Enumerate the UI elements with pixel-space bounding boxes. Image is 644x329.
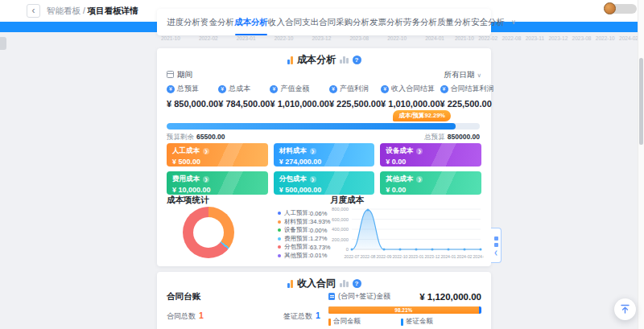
legend-marker <box>401 319 403 326</box>
analysis-tab[interactable]: 劳务分析 <box>403 9 437 35</box>
breadcrumb-root[interactable]: 智能看板 <box>47 6 80 15</box>
cost-budget-badge: 成本/预算92.29% <box>393 110 451 121</box>
scrollbar-track[interactable] <box>638 0 644 329</box>
budget-bar-labels: 预算剩余65500.00 总预算850000.00 <box>167 133 480 142</box>
cost-type-card[interactable]: 人工成本❯ ¥ 500.00 <box>167 143 268 167</box>
svg-text:2022-07: 2022-07 <box>344 254 359 259</box>
cost-card-label: 分包成本 <box>279 175 307 184</box>
svg-text:2022-10: 2022-10 <box>392 254 407 259</box>
avatar[interactable] <box>604 2 616 14</box>
cost-type-card[interactable]: 设备成本❯ ¥ 0.00 <box>380 143 481 167</box>
cost-card-label: 其他成本 <box>386 175 413 184</box>
analysis-tab[interactable]: 成本分析 <box>234 9 268 35</box>
cost-card-label: 费用成本 <box>172 175 200 184</box>
analysis-tab-bar: 进度分析 资金分析 成本分析 收入合同 支出合同 采购分析 发票分析 劳务分析 … <box>157 9 491 35</box>
chevron-down-icon[interactable]: ∨ <box>511 19 516 26</box>
background-axis-dates-left: 2021-102022-022023-012022-102023-122023-… <box>161 35 444 41</box>
budget-total: 总预算850000.00 <box>424 133 480 142</box>
cost-type-card[interactable]: 费用成本❯ ¥ 10,000.00 <box>167 171 268 195</box>
period-label-wrap: 期间 <box>167 70 192 80</box>
axis-date-label: 2022-02 <box>199 35 218 41</box>
chart-icon <box>287 280 294 288</box>
contract-visa-bar: 98.21% <box>328 306 481 314</box>
axis-date-label: 2023-12 <box>548 35 568 41</box>
back-button[interactable]: ‹ <box>27 4 40 18</box>
analysis-tab[interactable]: 资金分析 <box>200 9 234 35</box>
chevron-right-icon: ❯ <box>203 176 209 183</box>
metric: ¥合同结算利润 ¥ 225,500.00 <box>440 84 494 109</box>
coin-icon: ¥ <box>329 85 337 93</box>
back-to-top-button[interactable] <box>614 298 636 320</box>
axis-date-label: 2023-11 <box>526 35 544 41</box>
analysis-tab[interactable]: 安全分析 <box>471 9 505 35</box>
amount-value: ¥ 1,120,000.00 <box>419 292 481 302</box>
legend-value: 0.00% <box>310 227 327 234</box>
cost-type-card[interactable]: 分包成本❯ ¥ 500,000.00 <box>274 171 375 195</box>
scrollbar-thumb[interactable] <box>639 58 643 145</box>
pie-legend-item: 分包预算 63.73% <box>278 243 331 252</box>
date-filter-dropdown[interactable]: 所有日期∨ <box>444 70 482 80</box>
svg-text:2024-01: 2024-01 <box>440 254 456 259</box>
pie-legend-item: 人工预算 0.06% <box>278 209 331 218</box>
pie-legend-item: 费用预算 1.27% <box>278 235 331 244</box>
cost-card-value: ¥ 10,000.00 <box>172 186 262 194</box>
pie-legend: 人工预算 0.06% 材料预算 34.93% 设备预算 0.00% <box>278 209 331 260</box>
coin-icon: ¥ <box>270 85 278 93</box>
svg-text:2024-02: 2024-02 <box>456 254 472 259</box>
metric-value: ¥ 1,010,000.00 <box>381 99 440 109</box>
chevron-left-icon: ❮ <box>493 249 497 255</box>
analysis-tab[interactable]: 采购分析 <box>336 9 369 35</box>
legend-label: 分包预算 <box>284 243 310 251</box>
amount-label: (合同+签证)金额 <box>338 291 390 302</box>
analysis-tab[interactable]: 支出合同 <box>302 9 336 35</box>
svg-text:0: 0 <box>346 247 349 252</box>
cost-type-card[interactable]: 材料成本❯ ¥ 274,000.00 <box>274 143 375 167</box>
period-row: 期间 所有日期∨ <box>167 70 481 80</box>
analysis-tab[interactable]: 收入合同 <box>268 9 302 35</box>
cost-section-title: 成本分析 <box>297 53 336 67</box>
visa-count: 签证总数1 <box>283 310 320 322</box>
cost-card-label: 设备成本 <box>386 146 413 156</box>
legend-dot <box>278 212 281 215</box>
axis-date-label: 2022-10 <box>596 35 615 41</box>
legend-value: 0.06% <box>310 210 327 217</box>
legend-label: 其他预算 <box>284 252 310 260</box>
metric: ¥总预算 ¥ 850,000.00 <box>167 84 218 109</box>
budget-progress-bar <box>167 123 480 130</box>
svg-text:2022-09: 2022-09 <box>376 254 391 259</box>
coin-icon: ¥ <box>167 85 175 93</box>
analysis-tab[interactable]: 质量分析 <box>437 9 471 35</box>
metric-label: 合同结算利润 <box>451 84 494 94</box>
legend-dot <box>278 228 281 232</box>
legend-label: 材料预算 <box>284 218 310 226</box>
pie-chart-title: 成本项统计 <box>167 195 209 206</box>
tab-list: 进度分析 资金分析 成本分析 收入合同 支出合同 采购分析 发票分析 劳务分析 … <box>167 9 505 35</box>
pie-legend-item: 设备预算 0.00% <box>278 226 331 235</box>
legend-value: 0.01% <box>310 252 327 259</box>
axis-date-label: 2022-10 <box>275 35 294 41</box>
analysis-tab[interactable]: 发票分析 <box>369 9 403 35</box>
contract-bar-fill: 98.21% <box>328 306 479 314</box>
cost-donut-chart <box>183 207 234 258</box>
chevron-down-icon: ∨ <box>477 72 482 79</box>
cost-type-card[interactable]: 其他成本❯ ¥ 0.00 <box>380 171 481 195</box>
help-icon[interactable]: ? <box>353 279 361 288</box>
axis-date-label: 2022-08 <box>502 35 521 41</box>
chevron-right-icon: ❯ <box>416 148 423 154</box>
help-icon[interactable]: ? <box>353 56 361 64</box>
legend-value: 1.27% <box>310 235 327 242</box>
calendar-icon <box>167 71 174 78</box>
axis-date-label: 2024-02 <box>619 35 638 41</box>
screen: ‹ 智能看板 / 项目看板详情 2021-102022-022023-01202… <box>0 0 644 329</box>
analysis-tab[interactable]: 进度分析 <box>167 9 200 35</box>
svg-text:2023-01: 2023-01 <box>408 254 423 259</box>
left-scroll-handle[interactable] <box>0 37 6 50</box>
cost-card-value: ¥ 500,000.00 <box>279 186 369 194</box>
income-section-title: 收入合同 <box>297 277 336 290</box>
background-axis-dates-right: 2021-102022-022022-082023-112023-122023-… <box>455 35 638 41</box>
legend-dot <box>278 220 281 224</box>
svg-text:800,000: 800,000 <box>332 207 349 212</box>
side-panel-handle[interactable]: ❮ <box>491 228 502 263</box>
legend-dot <box>278 254 281 257</box>
svg-text:200,000: 200,000 <box>332 237 349 242</box>
